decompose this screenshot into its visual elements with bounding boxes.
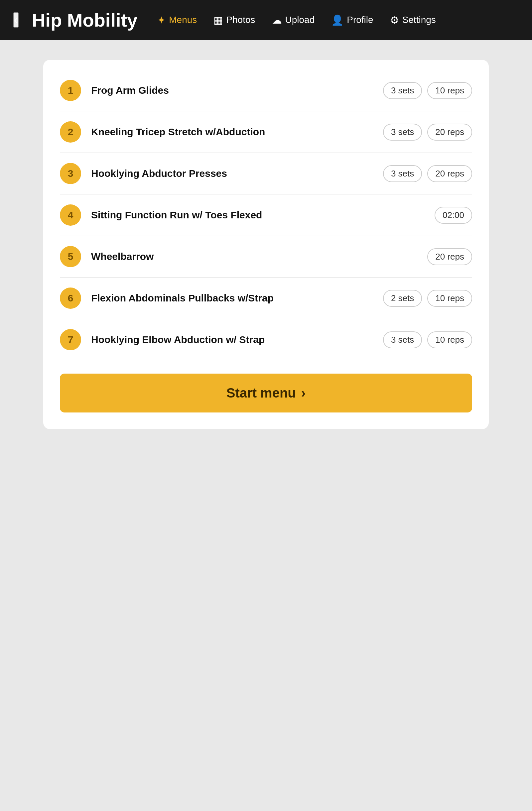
exercise-row[interactable]: 2Kneeling Tricep Stretch w/Abduction3 se… <box>60 111 472 153</box>
exercise-badge: 2 sets <box>383 290 422 307</box>
exercise-number: 4 <box>60 204 81 226</box>
upload-label: Upload <box>285 15 315 25</box>
start-menu-label: Start menu <box>226 385 296 400</box>
start-menu-arrow: › <box>301 385 306 400</box>
start-menu-button[interactable]: Start menu › <box>60 373 472 412</box>
back-button[interactable]: ‹ <box>13 12 19 28</box>
exercise-name: Hooklying Elbow Abduction w/ Strap <box>91 334 373 345</box>
exercise-badges: 3 sets20 reps <box>383 165 472 182</box>
nav-item-photos[interactable]: ▦Photos <box>213 14 255 26</box>
exercise-badge: 3 sets <box>383 124 422 141</box>
exercise-badge: 3 sets <box>383 331 422 348</box>
profile-label: Profile <box>347 15 373 25</box>
exercise-name: Kneeling Tricep Stretch w/Abduction <box>91 126 373 138</box>
exercise-number: 5 <box>60 246 81 267</box>
exercise-row[interactable]: 7Hooklying Elbow Abduction w/ Strap3 set… <box>60 319 472 360</box>
exercise-row[interactable]: 5Wheelbarrow20 reps <box>60 236 472 277</box>
exercise-badge: 3 sets <box>383 82 422 99</box>
exercise-badges: 3 sets10 reps <box>383 331 472 348</box>
exercise-name: Wheelbarrow <box>91 251 417 262</box>
exercise-name: Hooklying Abductor Presses <box>91 168 373 179</box>
exercise-row[interactable]: 4Sitting Function Run w/ Toes Flexed02:0… <box>60 195 472 236</box>
exercise-name: Sitting Function Run w/ Toes Flexed <box>91 210 425 221</box>
nav-item-menus[interactable]: ✦Menus <box>157 14 197 26</box>
exercise-badge: 10 reps <box>427 331 472 348</box>
settings-icon: ⚙ <box>390 14 399 26</box>
nav-item-upload[interactable]: ☁Upload <box>272 14 315 26</box>
exercise-number: 6 <box>60 288 81 309</box>
exercise-badges: 20 reps <box>427 248 472 265</box>
top-nav: ✦Menus▦Photos☁Upload👤Profile⚙Settings <box>157 14 436 26</box>
exercise-number: 3 <box>60 163 81 184</box>
exercise-name: Flexion Abdominals Pullbacks w/Strap <box>91 292 373 304</box>
exercise-badges: 3 sets10 reps <box>383 82 472 99</box>
exercise-badge: 10 reps <box>427 82 472 99</box>
exercise-badge: 20 reps <box>427 165 472 182</box>
nav-item-profile[interactable]: 👤Profile <box>331 14 373 26</box>
exercise-badge: 3 sets <box>383 165 422 182</box>
exercise-badge: 20 reps <box>427 124 472 141</box>
exercise-badge: 10 reps <box>427 290 472 307</box>
photos-label: Photos <box>226 15 255 25</box>
exercise-number: 2 <box>60 121 81 142</box>
main-content: 1Frog Arm Glides3 sets10 reps2Kneeling T… <box>0 40 532 449</box>
nav-item-settings[interactable]: ⚙Settings <box>390 14 436 26</box>
exercise-row[interactable]: 3Hooklying Abductor Presses3 sets20 reps <box>60 153 472 195</box>
menus-icon: ✦ <box>157 14 166 26</box>
menus-label: Menus <box>169 15 197 25</box>
settings-label: Settings <box>402 15 436 25</box>
exercise-number: 1 <box>60 80 81 101</box>
upload-icon: ☁ <box>272 14 282 26</box>
exercise-badges: 3 sets20 reps <box>383 124 472 141</box>
exercise-row[interactable]: 1Frog Arm Glides3 sets10 reps <box>60 70 472 111</box>
exercise-badge: 02:00 <box>435 207 472 224</box>
profile-icon: 👤 <box>331 14 344 26</box>
exercise-badge: 20 reps <box>427 248 472 265</box>
exercise-list: 1Frog Arm Glides3 sets10 reps2Kneeling T… <box>60 70 472 360</box>
page-title: Hip Mobility <box>32 9 137 31</box>
photos-icon: ▦ <box>213 14 223 26</box>
exercise-row[interactable]: 6Flexion Abdominals Pullbacks w/Strap2 s… <box>60 277 472 319</box>
exercise-number: 7 <box>60 329 81 350</box>
app-header: ‹ Hip Mobility ✦Menus▦Photos☁Upload👤Prof… <box>0 0 532 40</box>
exercise-badges: 02:00 <box>435 207 472 224</box>
exercise-name: Frog Arm Glides <box>91 85 373 96</box>
exercise-badges: 2 sets10 reps <box>383 290 472 307</box>
exercise-card: 1Frog Arm Glides3 sets10 reps2Kneeling T… <box>43 60 489 429</box>
